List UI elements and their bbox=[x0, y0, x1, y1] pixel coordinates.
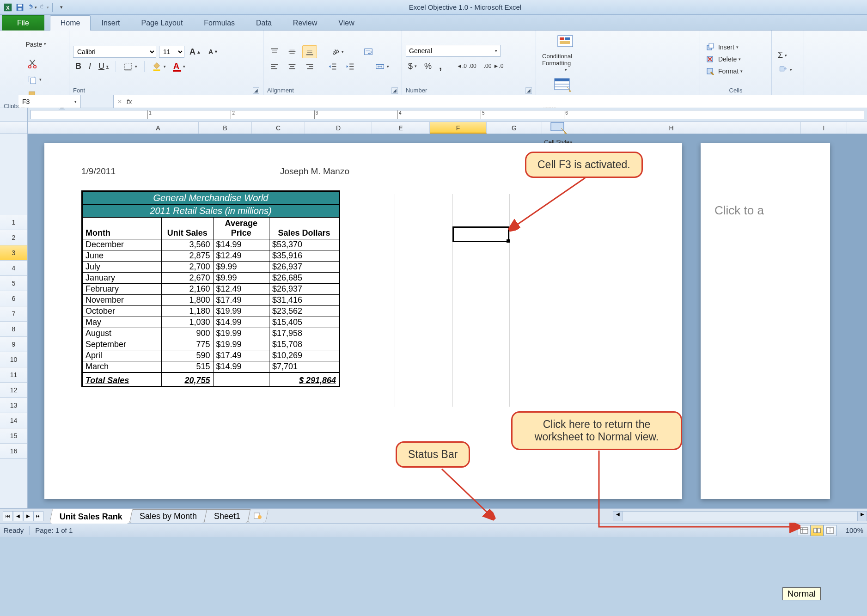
new-sheet-icon[interactable] bbox=[247, 510, 269, 523]
currency-icon[interactable]: $▾ bbox=[406, 60, 419, 73]
page-2[interactable]: Click to a bbox=[701, 143, 830, 499]
fill-icon[interactable]: ▾ bbox=[775, 63, 800, 76]
sheet-nav-prev-icon[interactable]: ◀ bbox=[13, 511, 23, 521]
excel-icon[interactable]: X bbox=[3, 2, 13, 12]
name-box[interactable]: F3▾ bbox=[18, 95, 81, 108]
svg-line-58 bbox=[442, 469, 493, 518]
tab-formulas[interactable]: Formulas bbox=[193, 15, 245, 30]
col-head-F[interactable]: F bbox=[430, 122, 487, 134]
row-head-10[interactable]: 10 bbox=[0, 352, 27, 367]
row-head-1[interactable]: 1 bbox=[0, 215, 27, 230]
col-head-A[interactable]: A bbox=[118, 122, 199, 134]
align-right-icon[interactable] bbox=[302, 60, 317, 73]
row-head-13[interactable]: 13 bbox=[0, 398, 27, 413]
number-format-select[interactable]: General▾ bbox=[406, 45, 501, 57]
paste-button[interactable]: Paste ▾ bbox=[23, 32, 47, 55]
row-head-3[interactable]: 3 bbox=[0, 245, 27, 261]
align-left-icon[interactable] bbox=[267, 60, 282, 73]
underline-button[interactable]: U▾ bbox=[96, 60, 111, 73]
tab-file[interactable]: File bbox=[2, 15, 44, 30]
sheet-tab-sheet1[interactable]: Sheet1 bbox=[204, 509, 250, 523]
qat-customize-icon[interactable]: ▾ bbox=[56, 2, 66, 12]
align-top-icon[interactable] bbox=[267, 45, 282, 58]
fill-handle[interactable] bbox=[507, 239, 510, 243]
increase-indent-icon[interactable] bbox=[343, 60, 358, 73]
sheet-nav-next-icon[interactable]: ▶ bbox=[23, 511, 33, 521]
align-center-icon[interactable] bbox=[285, 60, 299, 73]
grow-font-icon[interactable]: A▲ bbox=[187, 46, 203, 58]
row-head-7[interactable]: 7 bbox=[0, 306, 27, 322]
autosum-icon[interactable]: Σ▾ bbox=[775, 49, 800, 61]
save-icon[interactable] bbox=[15, 2, 25, 12]
col-head-H[interactable]: H bbox=[542, 122, 801, 134]
ribbon-tabs: File Home Insert Page Layout Formulas Da… bbox=[0, 15, 867, 30]
sheet-nav-first-icon[interactable]: ⏮ bbox=[3, 511, 13, 521]
row-head-16[interactable]: 16 bbox=[0, 444, 27, 459]
row-head-14[interactable]: 14 bbox=[0, 413, 27, 428]
font-color-icon[interactable]: A▾ bbox=[171, 60, 188, 73]
sheet-nav-last-icon[interactable]: ⏭ bbox=[33, 511, 43, 521]
col-head-C[interactable]: C bbox=[252, 122, 305, 134]
tab-page-layout[interactable]: Page Layout bbox=[130, 15, 193, 30]
format-button[interactable]: Format▾ bbox=[704, 66, 768, 76]
cut-icon[interactable] bbox=[25, 57, 44, 70]
row-head-6[interactable]: 6 bbox=[0, 291, 27, 306]
col-head-G[interactable]: G bbox=[487, 122, 542, 134]
wrap-text-icon[interactable] bbox=[361, 45, 376, 58]
align-bottom-icon[interactable] bbox=[302, 45, 317, 58]
orientation-icon[interactable]: ab▾ bbox=[327, 45, 346, 58]
conditional-formatting-button[interactable]: Conditional Formatting▾ bbox=[540, 32, 591, 73]
title-bar: X ▾ ▾ ▾ Excel Objective 1.0 - Microsoft … bbox=[0, 0, 867, 15]
font-launcher-icon[interactable]: ◢ bbox=[253, 87, 259, 94]
sheet-tab-unit-sales-rank[interactable]: Unit Sales Rank bbox=[49, 509, 133, 524]
decrease-decimal-icon[interactable]: .00►.0 bbox=[482, 61, 506, 71]
col-head-B[interactable]: B bbox=[199, 122, 252, 134]
shrink-font-icon[interactable]: A▼ bbox=[206, 47, 220, 57]
delete-button[interactable]: Delete▾ bbox=[704, 54, 768, 64]
row-head-12[interactable]: 12 bbox=[0, 383, 27, 398]
row-head-15[interactable]: 15 bbox=[0, 428, 27, 444]
insert-button[interactable]: Insert▾ bbox=[704, 42, 768, 52]
copy-icon[interactable]: ▾ bbox=[25, 73, 44, 86]
font-name-select[interactable]: Calibri bbox=[73, 46, 156, 58]
col-head-D[interactable]: D bbox=[305, 122, 372, 134]
col-head-I[interactable]: I bbox=[801, 122, 847, 134]
row-head-4[interactable]: 4 bbox=[0, 261, 27, 276]
row-head-2[interactable]: 2 bbox=[0, 230, 27, 245]
font-size-select[interactable]: 11 bbox=[159, 46, 184, 58]
tab-data[interactable]: Data bbox=[245, 15, 282, 30]
borders-icon[interactable]: ▾ bbox=[121, 60, 140, 73]
row-head-9[interactable]: 9 bbox=[0, 337, 27, 352]
bold-button[interactable]: B bbox=[73, 60, 84, 73]
percent-icon[interactable]: % bbox=[422, 60, 434, 73]
undo-icon[interactable]: ▾ bbox=[27, 2, 37, 12]
cancel-formula-icon[interactable]: ✕ bbox=[117, 98, 122, 105]
fx-icon[interactable]: fx bbox=[127, 98, 132, 105]
row-head-5[interactable]: 5 bbox=[0, 276, 27, 291]
tab-home[interactable]: Home bbox=[50, 15, 91, 30]
row-head-8[interactable]: 8 bbox=[0, 322, 27, 337]
tab-insert[interactable]: Insert bbox=[91, 15, 130, 30]
table-header-dollars: Sales Dollars bbox=[269, 218, 340, 239]
italic-button[interactable]: I bbox=[86, 60, 93, 73]
tab-view[interactable]: View bbox=[328, 15, 365, 30]
col-head-E[interactable]: E bbox=[372, 122, 430, 134]
total-units: 20,755 bbox=[162, 372, 213, 387]
select-all-corner[interactable] bbox=[0, 122, 28, 134]
sheet-tab-sales-by-month[interactable]: Sales by Month bbox=[129, 509, 207, 523]
row-head-11[interactable]: 11 bbox=[0, 367, 27, 383]
number-launcher-icon[interactable]: ◢ bbox=[525, 87, 532, 94]
align-middle-icon[interactable] bbox=[285, 45, 299, 58]
increase-decimal-icon[interactable]: ◄.0.00 bbox=[454, 61, 479, 71]
tab-review[interactable]: Review bbox=[282, 15, 328, 30]
formula-input[interactable] bbox=[137, 95, 863, 108]
total-dollars: $ 291,864 bbox=[269, 372, 340, 387]
fill-color-icon[interactable]: ▾ bbox=[149, 60, 168, 73]
alignment-launcher-icon[interactable]: ◢ bbox=[391, 87, 398, 94]
merge-center-icon[interactable]: ▾ bbox=[372, 60, 391, 73]
group-clipboard: Paste ▾ ▾ Clipboard◢ bbox=[0, 30, 69, 95]
redo-icon[interactable]: ▾ bbox=[39, 2, 49, 12]
zoom-level[interactable]: 100% bbox=[846, 526, 863, 534]
comma-icon[interactable]: , bbox=[437, 59, 444, 73]
decrease-indent-icon[interactable] bbox=[325, 60, 340, 73]
